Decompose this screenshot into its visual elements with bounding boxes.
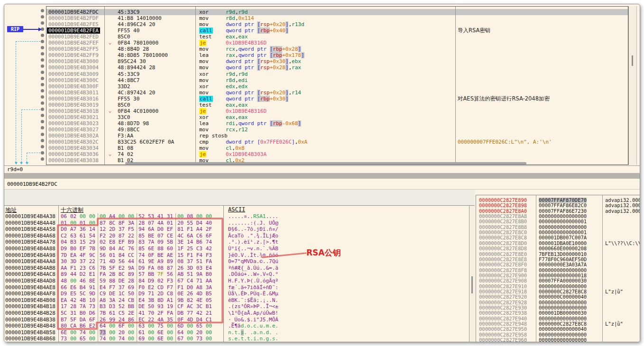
- breakpoint-dot[interactable]: [41, 139, 44, 142]
- breakpoint-dot[interactable]: [41, 71, 44, 74]
- hex-byte: 7B: [100, 265, 106, 271]
- disasm-vertical-scrollbar[interactable]: [628, 6, 637, 165]
- dump-row[interactable]: 000001DB9E4B4B1817 28 7A 73B3 D3 52 BBDE…: [4, 303, 475, 310]
- hex-group: 6E 00 74 00: [61, 329, 95, 336]
- dump-header-address[interactable]: 地址: [5, 206, 17, 213]
- stack-row[interactable]: 0000000C2827E89800007FFAF86E82C0advapi32…: [476, 203, 640, 208]
- column-divider[interactable]: [104, 7, 105, 164]
- breakpoint-dot[interactable]: [41, 15, 44, 18]
- dump-row[interactable]: 000001DB9E4B4AE866 E6 B4 91E4 F7 37 69F0…: [4, 284, 475, 291]
- dump-row[interactable]: 000001DB9E4B4A4801 00 01 0087 8C 8F 3A28…: [4, 220, 475, 227]
- dump-row[interactable]: 000001DB9E4B4B08EA 42 4B 10A8 3A 24 CBE4…: [4, 297, 475, 304]
- dump-row[interactable]: 000001DB9E4B4A987D EA 4F 9C56 01 84 CC74…: [4, 252, 475, 259]
- dump-vertical-scrollbar[interactable]: [469, 206, 475, 342]
- dump-row[interactable]: 000001DB9E4B4A3806 02 00 0000 A4 00 0052…: [4, 213, 475, 220]
- hex-byte: 4A: [157, 317, 164, 323]
- instruction-text: movcl,0x8: [199, 145, 245, 151]
- breakpoint-dot[interactable]: [41, 9, 44, 12]
- dump-header-ascii[interactable]: ASCII: [228, 206, 245, 213]
- disasm-row[interactable]: 000001DB9E4B2FE544:896C24 20movdword ptr…: [46, 21, 628, 27]
- disasm-row[interactable]: 000001DB9E4B3016FF55 30callqword ptr [rb…: [46, 96, 628, 102]
- breakpoint-dot[interactable]: [41, 58, 44, 62]
- disasm-row[interactable]: 000001DB9E4B301985C0testeax,eax: [46, 102, 628, 108]
- disasm-row[interactable]: 000001DB9E4B2FDF41:B8 14010000movr8d,0x1…: [46, 15, 628, 21]
- breakpoint-dot[interactable]: [41, 120, 44, 123]
- disasm-row[interactable]: 000001DB9E4B302133C0xoreax,eax: [46, 114, 628, 120]
- disasm-row[interactable]: 000001DB9E4B30114C:897424 20movqword ptr…: [46, 90, 628, 96]
- disasm-row[interactable]: 000001DB9E4B2FF548:8B4D 28movrcx,qword p…: [46, 46, 628, 52]
- breakpoint-dot[interactable]: [41, 95, 44, 99]
- breakpoint-dot[interactable]: [41, 157, 44, 161]
- dump-row[interactable]: 000001DB9E4B4A7804 B3 15 2902 E8 EF B983…: [4, 239, 475, 246]
- disasm-row[interactable]: 000001DB9E4B302C833C25 6C02FE7F 0Acmpdwo…: [46, 139, 628, 145]
- dump-row[interactable]: 000001DB9E4B4B586E 00 74 0073 00 20 0061…: [4, 329, 475, 336]
- disasm-row[interactable]: 000001DB9E4B2FEAFF55 40callqword ptr [rb…: [46, 27, 628, 34]
- dump-row[interactable]: 000001DB9E4B4B6873 00 65 0074 00 74 0069…: [4, 336, 475, 342]
- stack-row[interactable]: 0000000C2827E9200000000C00000040: [476, 294, 640, 300]
- dump-row[interactable]: 000001DB9E4B4A68C2 63 61 54F2 20 87 2285…: [4, 233, 475, 239]
- dump-row[interactable]: 000001DB9E4B4B4880 CA B6 E264 00 6F 0063…: [4, 323, 475, 329]
- disasm-row[interactable]: 000001DB9E4B3038B1 02movcl,0x2: [46, 157, 628, 162]
- breakpoint-dot[interactable]: [41, 77, 44, 80]
- breakpoint-dot[interactable]: [41, 126, 44, 129]
- operand-token: ,: [235, 34, 239, 40]
- dump-row[interactable]: 000001DB9E4B4B38B7 5F DA 6F26 99 24 86EC…: [4, 317, 475, 323]
- dump-address: 000001DB9E4B4AE8: [5, 284, 55, 291]
- disasm-row[interactable]: 000001DB9E4B301B⌄0F84 4C010000je0x1DB9E4…: [46, 108, 628, 114]
- breakpoint-dot[interactable]: [41, 89, 44, 92]
- disasm-row[interactable]: 000001DB9E4B2FF948:8D85 78010000learax,q…: [46, 52, 628, 58]
- operand-token: qword ptr: [226, 90, 257, 96]
- breakpoint-dot[interactable]: [41, 52, 44, 55]
- breakpoint-dot[interactable]: [41, 108, 44, 111]
- stack-row[interactable]: 0000000C2827E9600000000000000000: [476, 337, 640, 342]
- breakpoint-dot[interactable]: [41, 64, 44, 68]
- dump-row[interactable]: 000001DB9E4B4AC889 44 D2 E1FA 2B 8C 8957…: [4, 271, 475, 278]
- hex-byte: 9A: [196, 271, 202, 277]
- operand-token: ]: [301, 52, 304, 58]
- disasm-row[interactable]: 000001DB9E4B3000895C24 30movdword ptr [r…: [46, 58, 628, 64]
- column-divider[interactable]: [195, 7, 196, 164]
- disasm-row[interactable]: 000001DB9E4B300945:33C9xorr9d,r9d: [46, 71, 628, 77]
- breakpoint-dot[interactable]: [41, 21, 44, 25]
- breakpoint-dot[interactable]: [41, 133, 44, 136]
- stack-row[interactable]: 0000000C2827E8D80000660E00000208: [476, 246, 640, 251]
- dump-row[interactable]: 000001DB9E4B4A88D9 B0 EF 7B9D 84 AC 7685…: [4, 246, 475, 252]
- breakpoint-dot[interactable]: [41, 114, 44, 117]
- disasm-row[interactable]: 000001DB9E4B3034B1 08movcl,0x8: [46, 145, 628, 151]
- dump-row[interactable]: 000001DB9E4B4AA830 3D 37 2271 4D 56 4461…: [4, 258, 475, 265]
- disasm-row[interactable]: 000001DB9E4B2FEF⌄0F84 78010000je0x1DB9E4…: [46, 40, 628, 46]
- breakpoint-dot[interactable]: [41, 145, 44, 148]
- breakpoint-dot[interactable]: [41, 101, 44, 105]
- disasm-row[interactable]: 000001DB9E4B300F33D2xoredx,edx: [46, 83, 628, 90]
- disasm-row[interactable]: 000001DB9E4B302749:8BCCmovrcx,r12: [46, 127, 628, 133]
- dump-row[interactable]: 000001DB9E4B4B285C 31 B0 D67B 61 C5 2E41…: [4, 310, 475, 317]
- disasm-row[interactable]: 000001DB9E4B2FDC45:33C9xorr9d,r9d: [46, 9, 628, 15]
- disasm-row[interactable]: 000001DB9E4B3036⌄74 02je0x1DB9E4B303A: [46, 151, 628, 157]
- vertical-scrollbar-thumb[interactable]: [632, 55, 633, 66]
- breakpoint-dot[interactable]: [41, 83, 44, 86]
- dump-row[interactable]: 000001DB9E4B4AB8AA F1 23 C67B 5F E2 9AD9…: [4, 265, 475, 272]
- disasm-row[interactable]: 000001DB9E4B302348:8D7D 98leardi,qword p…: [46, 120, 628, 127]
- disasm-row[interactable]: 000001DB9E4B302AF3:AArep stosb: [46, 133, 628, 139]
- breakpoint-dot[interactable]: [41, 46, 44, 49]
- disasm-row[interactable]: 000001DB9E4B300448:894424 28movqword ptr…: [46, 64, 628, 71]
- stack-row[interactable]: 0000000C2827E90800007FFA00000030: [476, 278, 640, 283]
- hex-byte: 66: [61, 284, 67, 291]
- disasm-row[interactable]: 000001DB9E4B300C44:8BC7movr8d,edi: [46, 77, 628, 83]
- stack-row[interactable]: 0000000C2827E8F000000000E3A03A7A: [476, 262, 640, 267]
- operand-token: qword ptr: [226, 27, 257, 34]
- breakpoint-dot[interactable]: [41, 151, 44, 155]
- column-divider[interactable]: [455, 7, 456, 164]
- dump-row[interactable]: 000001DB9E4B4A58D0 A7 36 1412 2D 37 F594…: [4, 226, 475, 233]
- breakpoint-dot[interactable]: [41, 34, 44, 37]
- dump-address: 000001DB9E4B4AB8: [5, 265, 55, 272]
- breakpoint-dot[interactable]: [41, 40, 44, 43]
- dump-row[interactable]: 000001DB9E4B4AD848 00 46 8E59 88 DE 2884…: [4, 278, 475, 284]
- dump-header-hex[interactable]: 十六进制: [61, 206, 83, 213]
- disasm-row[interactable]: 000001DB9E4B2FED85C0testeax,eax: [46, 34, 628, 40]
- panel-splitter[interactable]: [4, 173, 640, 179]
- vertical-scrollbar-thumb[interactable]: [471, 276, 473, 293]
- stack-row[interactable]: 0000000C2827E938000001DB00000030: [476, 310, 640, 316]
- dump-row[interactable]: 000001DB9E4B4AF8D9 E5 5C 9DC9 DE 1C 50D9…: [4, 291, 475, 297]
- horizontal-scrollbar-thumb[interactable]: [125, 162, 526, 164]
